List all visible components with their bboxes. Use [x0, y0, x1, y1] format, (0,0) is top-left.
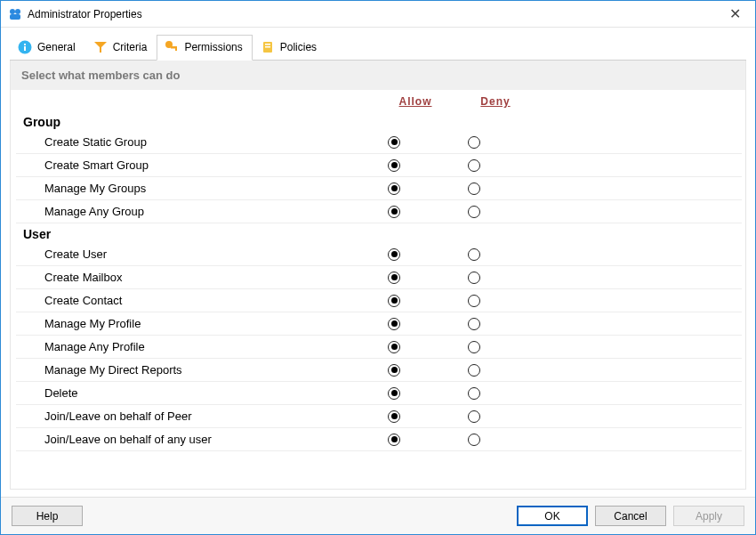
radio-cell-allow	[354, 410, 434, 423]
radio-cell-deny	[434, 295, 514, 307]
radio-cell-allow	[354, 364, 434, 377]
svg-rect-10	[265, 44, 270, 45]
permission-row: Create Mailbox	[16, 266, 742, 289]
dialog-footer: Help OK Cancel Apply	[1, 497, 755, 534]
radio-allow[interactable]	[388, 341, 400, 353]
permission-row: Create Contact	[16, 289, 742, 312]
column-allow[interactable]: Allow	[375, 95, 455, 108]
ok-button[interactable]: OK	[517, 506, 588, 526]
section-user: User	[16, 223, 742, 243]
radio-allow[interactable]	[388, 318, 400, 330]
tab-label: Criteria	[113, 41, 148, 53]
radio-cell-allow	[354, 159, 434, 172]
permission-label: Create Contact	[16, 294, 354, 307]
permission-label: Join/Leave on behalf of any user	[16, 433, 354, 446]
permission-label: Manage My Profile	[16, 317, 354, 330]
apply-button: Apply	[673, 506, 744, 526]
radio-cell-allow	[354, 434, 434, 446]
radio-cell-deny	[434, 410, 514, 423]
permission-row: Delete	[16, 382, 742, 405]
permission-row: Manage My Profile	[16, 312, 742, 336]
svg-rect-5	[24, 44, 26, 45]
permission-label: Manage Any Profile	[16, 340, 354, 353]
svg-point-1	[15, 9, 20, 14]
permissions-table: GroupCreate Static GroupCreate Smart Gro…	[11, 111, 745, 489]
section-group: Group	[16, 111, 742, 131]
radio-deny[interactable]	[468, 206, 480, 218]
permission-label: Create User	[16, 247, 354, 261]
svg-rect-4	[24, 46, 26, 51]
radio-cell-deny	[434, 272, 514, 284]
radio-cell-deny	[434, 364, 514, 377]
policy-icon	[261, 40, 275, 54]
radio-allow[interactable]	[388, 182, 400, 195]
radio-cell-deny	[434, 318, 514, 330]
radio-cell-allow	[354, 272, 434, 284]
permission-label: Create Static Group	[16, 135, 354, 149]
radio-cell-deny	[434, 341, 514, 353]
cancel-button[interactable]: Cancel	[595, 506, 666, 526]
column-deny[interactable]: Deny	[455, 95, 535, 108]
radio-allow[interactable]	[388, 159, 400, 172]
instruction-text: Select what members can do	[11, 61, 745, 90]
radio-deny[interactable]	[468, 434, 480, 446]
radio-allow[interactable]	[388, 136, 400, 149]
permission-label: Delete	[16, 386, 354, 400]
radio-cell-allow	[354, 136, 434, 149]
radio-allow[interactable]	[388, 272, 400, 284]
radio-allow[interactable]	[388, 434, 400, 446]
radio-deny[interactable]	[468, 159, 480, 172]
radio-deny[interactable]	[468, 248, 480, 261]
help-button[interactable]: Help	[12, 506, 83, 526]
radio-cell-allow	[354, 387, 434, 400]
svg-rect-11	[265, 46, 270, 48]
permission-label: Manage Any Group	[16, 205, 354, 218]
permission-row: Create Static Group	[16, 131, 742, 154]
radio-deny[interactable]	[468, 182, 480, 195]
app-icon	[8, 7, 22, 21]
key-icon	[165, 40, 179, 54]
radio-allow[interactable]	[388, 364, 400, 377]
tab-policies[interactable]: Policies	[253, 35, 326, 60]
tab-criteria[interactable]: Criteria	[85, 35, 157, 60]
radio-cell-deny	[434, 206, 514, 218]
radio-allow[interactable]	[388, 295, 400, 307]
radio-cell-deny	[434, 182, 514, 195]
radio-cell-deny	[434, 434, 514, 446]
radio-deny[interactable]	[468, 295, 480, 307]
svg-rect-8	[175, 48, 177, 51]
radio-cell-allow	[354, 206, 434, 218]
radio-deny[interactable]	[468, 272, 480, 284]
tab-general[interactable]: General	[10, 35, 85, 60]
permission-row: Create Smart Group	[16, 154, 742, 177]
radio-deny[interactable]	[468, 410, 480, 423]
scroll-area[interactable]: GroupCreate Static GroupCreate Smart Gro…	[11, 111, 745, 489]
window-title: Administrator Properties	[28, 8, 142, 20]
radio-deny[interactable]	[468, 136, 480, 149]
radio-cell-deny	[434, 136, 514, 149]
tab-label: Permissions	[184, 41, 242, 53]
permission-label: Create Smart Group	[16, 158, 354, 172]
permission-row: Manage My Direct Reports	[16, 359, 742, 382]
radio-cell-deny	[434, 387, 514, 400]
tab-label: General	[37, 41, 76, 53]
dialog: Administrator Properties ✕ General Crite…	[0, 0, 756, 535]
tab-permissions[interactable]: Permissions	[157, 35, 252, 61]
permission-row: Manage Any Group	[16, 200, 742, 223]
radio-deny[interactable]	[468, 387, 480, 400]
radio-cell-deny	[434, 159, 514, 172]
permission-row: Manage My Groups	[16, 177, 742, 200]
radio-cell-allow	[354, 182, 434, 195]
permission-row: Join/Leave on behalf of Peer	[16, 405, 742, 428]
radio-deny[interactable]	[468, 318, 480, 330]
radio-deny[interactable]	[468, 364, 480, 377]
close-icon[interactable]: ✕	[722, 4, 748, 24]
radio-allow[interactable]	[388, 248, 400, 261]
svg-rect-2	[10, 14, 20, 20]
radio-allow[interactable]	[388, 410, 400, 423]
radio-deny[interactable]	[468, 341, 480, 353]
svg-point-0	[10, 9, 15, 14]
tab-label: Policies	[280, 41, 317, 53]
radio-allow[interactable]	[388, 206, 400, 218]
radio-allow[interactable]	[388, 387, 400, 400]
